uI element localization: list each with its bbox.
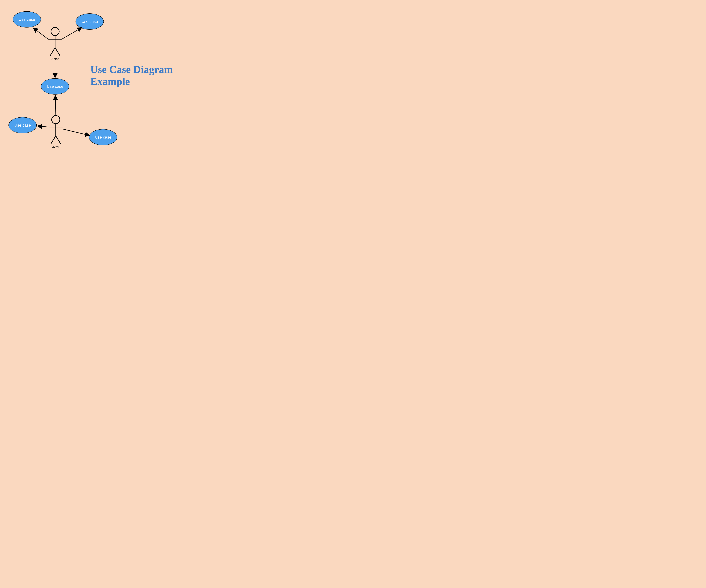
diagram-title: Use Case Diagram Example	[90, 64, 206, 87]
svg-line-8	[51, 136, 56, 144]
usecase-bottom-left[interactable]: Use case	[8, 117, 37, 133]
usecase-label: Use case	[18, 17, 35, 22]
actor-top[interactable]	[48, 27, 62, 56]
connector-a2-uc4	[37, 126, 48, 127]
svg-line-4	[55, 48, 60, 56]
connector-a1-uc1	[33, 28, 48, 39]
usecase-label: Use case	[47, 84, 64, 89]
connector-a1-uc2	[63, 28, 82, 39]
usecase-label: Use case	[95, 135, 111, 139]
usecase-top-left[interactable]: Use case	[13, 11, 41, 28]
connector-a2-uc3	[55, 95, 56, 115]
usecase-middle[interactable]: Use case	[41, 78, 69, 94]
actor-bottom[interactable]	[49, 116, 63, 144]
usecase-label: Use case	[14, 123, 31, 128]
usecase-label: Use case	[81, 19, 98, 24]
svg-line-9	[56, 136, 61, 144]
actor-label-top: Actor	[48, 57, 62, 61]
usecase-top-right[interactable]: Use case	[76, 13, 104, 30]
actor-label-bottom: Actor	[49, 145, 63, 149]
connector-a2-uc5	[63, 129, 90, 135]
svg-point-5	[52, 116, 60, 124]
svg-point-0	[51, 27, 59, 36]
svg-line-3	[50, 48, 55, 56]
diagram-canvas: Use Case Diagram Example Use case Use ca…	[0, 0, 213, 157]
usecase-bottom-right[interactable]: Use case	[89, 129, 117, 145]
